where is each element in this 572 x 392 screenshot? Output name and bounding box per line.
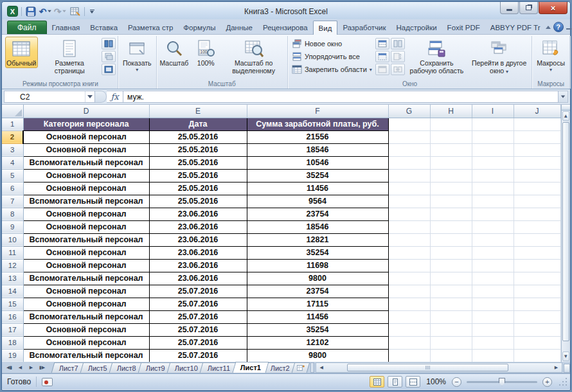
formula-bar-expand-button[interactable]	[559, 91, 568, 103]
cell[interactable]	[472, 143, 514, 156]
cell[interactable]	[514, 336, 560, 349]
cell[interactable]	[388, 143, 430, 156]
column-header-G[interactable]: G	[388, 105, 430, 118]
row-header-17[interactable]: 17	[2, 323, 23, 336]
cell-E5[interactable]: 25.05.2016	[149, 169, 247, 182]
cell-D2[interactable]: Основной персонал	[23, 130, 149, 143]
cell-D15[interactable]: Основной персонал	[23, 298, 149, 310]
show-button[interactable]: Показать ▾	[120, 37, 154, 73]
cell-D4[interactable]: Вспомогательный персонал	[23, 156, 149, 169]
cell[interactable]	[430, 208, 472, 220]
name-box[interactable]: C2	[4, 91, 95, 103]
row-header-2[interactable]: 2	[2, 130, 23, 143]
cell[interactable]	[430, 259, 472, 272]
cell[interactable]	[514, 130, 560, 143]
cell-F3[interactable]: 18546	[247, 143, 388, 156]
formula-input[interactable]: муж.	[123, 91, 559, 103]
cell-F8[interactable]: 23754	[247, 208, 388, 220]
cell-E8[interactable]: 23.06.2016	[149, 208, 247, 220]
row-header-16[interactable]: 16	[2, 310, 23, 323]
row-header-1[interactable]: 1	[2, 118, 23, 130]
cell-E4[interactable]: 25.05.2016	[149, 156, 247, 169]
horizontal-scrollbar[interactable]: ◀ ▶	[316, 362, 562, 373]
cell[interactable]	[388, 349, 430, 362]
cell-F7[interactable]: 9564	[247, 195, 388, 208]
last-sheet-button[interactable]: ▮▶	[37, 362, 48, 372]
cell[interactable]	[430, 195, 472, 208]
cell[interactable]	[472, 130, 514, 143]
cell[interactable]	[388, 285, 430, 298]
row-header-18[interactable]: 18	[2, 336, 23, 349]
cell-E14[interactable]: 25.07.2016	[149, 285, 247, 298]
cell-E3[interactable]: 25.05.2016	[149, 143, 247, 156]
zoom-to-selection-button[interactable]: Масштаб по выделенному	[222, 37, 285, 75]
cell[interactable]	[514, 220, 560, 233]
cell[interactable]	[430, 169, 472, 182]
minimize-button[interactable]	[500, 2, 519, 14]
ribbon-tab-view[interactable]: Вид	[313, 21, 338, 35]
tab-split-box[interactable]	[564, 364, 570, 373]
save-button[interactable]	[24, 6, 37, 17]
cell-E11[interactable]: 23.06.2016	[149, 246, 247, 259]
cell-D11[interactable]: Основной персонал	[23, 246, 149, 259]
insert-worksheet-button[interactable]	[291, 362, 310, 373]
cell[interactable]	[472, 220, 514, 233]
cell-D5[interactable]: Основной персонал	[23, 169, 149, 182]
cell[interactable]	[472, 272, 514, 285]
cell-D17[interactable]: Основной персонал	[23, 323, 149, 336]
insert-function-button[interactable]: ƒx	[107, 91, 123, 103]
help-button[interactable]: ?	[553, 22, 564, 32]
cell[interactable]	[430, 349, 472, 362]
status-normal-view-button[interactable]	[370, 376, 384, 388]
zoom-out-button[interactable]: −	[452, 377, 461, 387]
cell[interactable]	[514, 233, 560, 246]
view-side-by-side-button[interactable]	[391, 38, 405, 49]
cell-F18[interactable]: 12102	[247, 336, 388, 349]
cell[interactable]	[472, 118, 514, 130]
row-header-19[interactable]: 19	[2, 349, 23, 362]
cell[interactable]	[388, 233, 430, 246]
cell[interactable]	[472, 169, 514, 182]
ribbon-tab-foxit[interactable]: Foxit PDF	[442, 21, 485, 34]
cell-F19[interactable]: 9800	[247, 349, 388, 362]
ribbon-tab-data[interactable]: Данные	[220, 21, 258, 34]
row-header-13[interactable]: 13	[2, 272, 23, 285]
unhide-window-button[interactable]	[375, 64, 389, 75]
cell-D1[interactable]: Категория персонала	[23, 118, 149, 130]
split-button[interactable]	[375, 38, 389, 49]
cell-E12[interactable]: 23.06.2016	[149, 259, 247, 272]
cell-F15[interactable]: 17115	[247, 298, 388, 310]
sheet-tab-Лист1[interactable]: Лист1	[232, 362, 269, 373]
excel-logo-icon[interactable]: X	[6, 6, 19, 17]
column-header-D[interactable]: D	[23, 105, 149, 118]
cell[interactable]	[430, 182, 472, 195]
column-header-J[interactable]: J	[514, 105, 560, 118]
column-header-F[interactable]: F	[247, 105, 388, 118]
cell[interactable]	[388, 195, 430, 208]
macro-record-button[interactable]	[42, 378, 53, 386]
switch-windows-button[interactable]: Перейти в другое окно ▾	[469, 37, 530, 75]
cell[interactable]	[430, 233, 472, 246]
cell[interactable]	[430, 272, 472, 285]
quick-table-icon[interactable]	[69, 6, 82, 17]
scroll-right-button[interactable]: ▶	[551, 363, 562, 373]
cell-D16[interactable]: Вспомогательный персонал	[23, 310, 149, 323]
synchronous-scrolling-button[interactable]	[391, 51, 405, 62]
cell-E19[interactable]: 25.07.2016	[149, 349, 247, 362]
close-button[interactable]: ×	[539, 2, 568, 14]
horizontal-scroll-track[interactable]	[327, 363, 551, 372]
row-header-6[interactable]: 6	[2, 182, 23, 195]
previous-sheet-button[interactable]: ◀	[15, 362, 26, 372]
cell-D14[interactable]: Основной персонал	[23, 285, 149, 298]
cell-F4[interactable]: 10546	[247, 156, 388, 169]
vertical-split-handle[interactable]	[562, 105, 571, 111]
cell[interactable]	[388, 336, 430, 349]
normal-view-button[interactable]: Обычный	[5, 37, 38, 68]
cell[interactable]	[388, 220, 430, 233]
cell-D18[interactable]: Основной персонал	[23, 336, 149, 349]
row-header-7[interactable]: 7	[2, 195, 23, 208]
cell[interactable]	[388, 130, 430, 143]
cell[interactable]	[430, 130, 472, 143]
cell[interactable]	[388, 156, 430, 169]
scroll-left-button[interactable]: ◀	[316, 363, 327, 373]
